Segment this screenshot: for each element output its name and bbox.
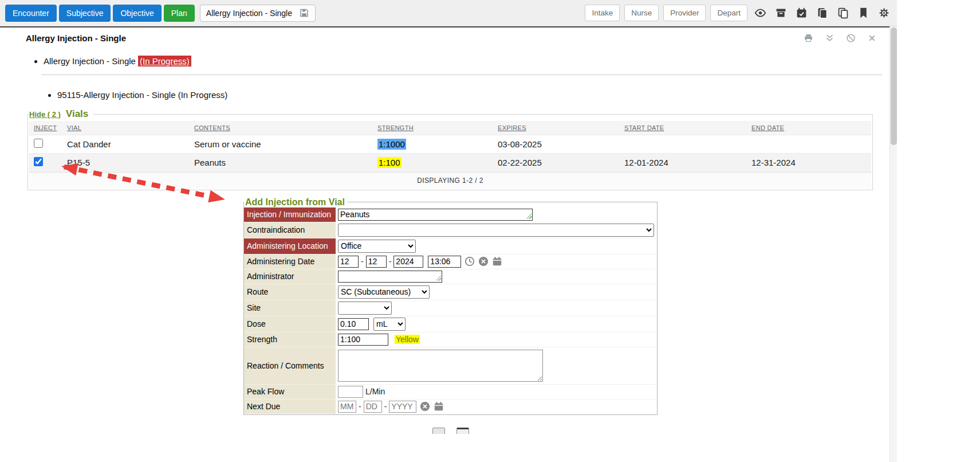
save-icon[interactable]	[299, 8, 309, 18]
date-separator: -	[389, 257, 392, 266]
vials-header-row: INJECT VIAL CONTENTS STRENGTH EXPIRES ST…	[29, 121, 871, 135]
reaction-label: Reaction / Comments	[244, 347, 336, 384]
gears-icon[interactable]	[876, 5, 892, 21]
start-date-cell: 12-01-2024	[620, 154, 747, 172]
strength-cell: 1:100	[373, 154, 493, 172]
bookmark-icon[interactable]	[856, 5, 871, 21]
admin-date-year-input[interactable]	[393, 256, 423, 268]
next-due-calendar-icon[interactable]	[434, 401, 444, 412]
col-start-date[interactable]: START DATE	[620, 121, 747, 135]
partially-visible-buttons	[243, 428, 658, 434]
administrator-input-wrap	[338, 271, 442, 283]
next-due-month-input[interactable]	[338, 401, 356, 413]
administering-date-label: Administering Date	[244, 255, 336, 269]
administrator-input[interactable]	[338, 271, 442, 283]
status-item-label: Allergy Injection - Single	[44, 56, 138, 66]
admin-time-input[interactable]	[428, 256, 461, 268]
col-inject[interactable]: INJECT	[29, 121, 62, 135]
peak-flow-units: L/Min	[365, 387, 385, 396]
panel-controls	[802, 32, 877, 44]
printer-icon[interactable]	[802, 32, 814, 44]
intake-button[interactable]: Intake	[585, 5, 620, 21]
close-icon[interactable]	[866, 32, 877, 44]
vial-row: Cat Dander Serum or vaccine 1:1000 03-08…	[29, 135, 871, 154]
route-row: Route SC (Subcutaneous)	[244, 284, 657, 300]
eye-icon[interactable]	[753, 5, 768, 21]
reaction-textarea[interactable]	[338, 350, 543, 382]
date-separator: -	[361, 257, 364, 266]
injection-input-wrap	[338, 209, 533, 221]
open-form-tab[interactable]: Allergy Injection - Single	[200, 5, 316, 22]
injection-label: Injection / Immunization	[244, 207, 336, 222]
panel-header: Allergy Injection - Single	[0, 28, 897, 46]
vertical-scrollbar[interactable]	[890, 26, 897, 462]
route-select[interactable]: SC (Subcutaneous)	[338, 285, 430, 299]
contraindication-select[interactable]	[338, 224, 654, 237]
partial-button[interactable]	[456, 428, 469, 434]
next-due-year-input[interactable]	[389, 401, 416, 413]
calendar-check-icon[interactable]	[794, 5, 809, 21]
injection-input[interactable]	[338, 209, 533, 221]
clear-next-due-icon[interactable]	[420, 401, 430, 412]
app-window: Encounter Subjective Objective Plan Alle…	[0, 0, 897, 462]
disable-icon[interactable]	[845, 32, 856, 44]
form-page: Allergy Injection - Single Allergy Injec…	[0, 26, 897, 434]
administering-location-select[interactable]: Office	[338, 240, 416, 253]
col-contents[interactable]: CONTENTS	[190, 121, 373, 135]
nurse-button[interactable]: Nurse	[624, 5, 659, 21]
page-title: Allergy Injection - Single	[26, 33, 126, 43]
col-expires[interactable]: EXPIRES	[493, 121, 620, 135]
hide-vials-link[interactable]: Hide ( 2 )	[29, 110, 61, 119]
nav-plan-button[interactable]: Plan	[164, 5, 195, 22]
date-separator: -	[384, 402, 387, 411]
add-injection-title: Add Injection from Vial	[244, 197, 348, 207]
route-label: Route	[244, 284, 336, 300]
administering-location-row: Administering Location Office	[244, 238, 657, 254]
expires-cell: 03-08-2025	[493, 135, 620, 154]
table-paging-status: DISPLAYING 1-2 / 2	[29, 172, 871, 189]
nav-encounter-button[interactable]: Encounter	[5, 5, 57, 22]
expires-cell: 02-22-2025	[493, 154, 620, 172]
archive-box-icon[interactable]	[773, 5, 789, 21]
status-badge[interactable]: (In Progress)	[138, 56, 191, 66]
add-injection-section: Add Injection from Vial Injection / Immu…	[243, 197, 658, 415]
nav-objective-button[interactable]: Objective	[113, 5, 161, 22]
administering-date-row: Administering Date --	[244, 254, 657, 269]
inject-checkbox[interactable]	[34, 139, 43, 148]
next-due-row: Next Due --	[244, 399, 657, 414]
admin-date-month-input[interactable]	[338, 256, 359, 268]
site-select[interactable]	[338, 302, 392, 315]
col-end-date[interactable]: END DATE	[747, 121, 871, 135]
strength-input[interactable]	[338, 334, 388, 346]
peak-flow-label: Peak Flow	[244, 385, 336, 399]
next-due-day-input[interactable]	[364, 401, 382, 413]
inject-checkbox[interactable]	[34, 157, 43, 166]
clock-icon[interactable]	[465, 256, 475, 267]
journals-icon[interactable]	[814, 5, 830, 21]
partial-button[interactable]	[432, 428, 445, 434]
col-strength[interactable]: STRENGTH	[373, 121, 493, 135]
dose-unit-select[interactable]: mL	[373, 318, 406, 331]
dose-input[interactable]	[338, 318, 369, 330]
top-toolbar: Encounter Subjective Objective Plan Alle…	[0, 0, 897, 26]
collapse-all-icon[interactable]	[824, 32, 835, 44]
copy-icon[interactable]	[835, 5, 851, 21]
peak-flow-input[interactable]	[338, 386, 363, 398]
strength-cell: 1:1000	[373, 135, 493, 154]
admin-date-day-input[interactable]	[366, 256, 387, 268]
contents-cell: Peanuts	[190, 154, 373, 172]
calendar-icon[interactable]	[492, 256, 502, 267]
vials-section: Hide ( 2 ) Vials INJECT VIAL CONTENTS ST…	[27, 108, 873, 190]
strength-highlight: 1:1000	[377, 139, 406, 150]
end-date-cell	[747, 135, 871, 154]
depart-button[interactable]: Depart	[710, 5, 747, 21]
vial-cell: Cat Dander	[62, 135, 190, 154]
nav-subjective-button[interactable]: Subjective	[59, 5, 111, 22]
status-divider	[41, 75, 882, 75]
col-vial[interactable]: VIAL	[62, 121, 190, 135]
provider-button[interactable]: Provider	[663, 5, 706, 21]
status-list: Allergy Injection - Single (In Progress)	[0, 56, 897, 67]
inject-cell	[29, 135, 62, 154]
scrollbar-thumb[interactable]	[891, 28, 897, 145]
clear-date-icon[interactable]	[478, 256, 489, 267]
